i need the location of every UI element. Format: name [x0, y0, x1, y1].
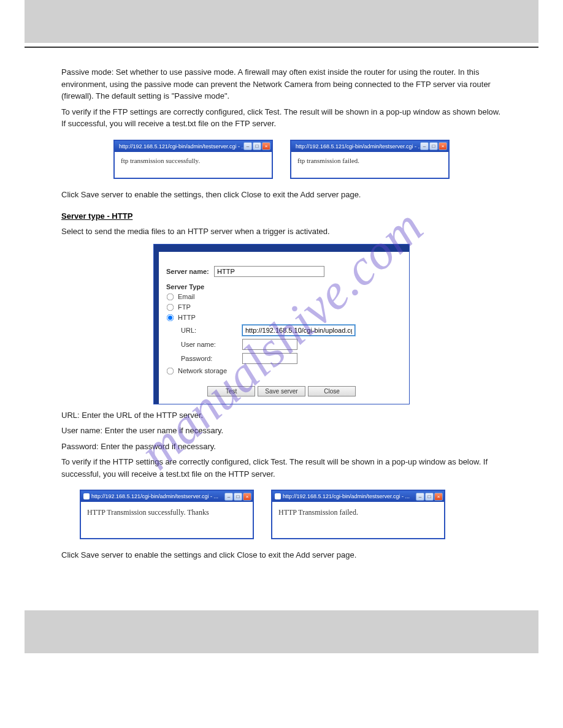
popup-title-text: http://192.168.5.121/cgi-bin/admin/tests… [91, 493, 218, 499]
radio-network-storage[interactable] [167, 367, 174, 374]
popup-titlebar: http://192.168.5.121/cgi-bin/admin/tests… [272, 491, 444, 502]
popup-body: HTTP Transmission successfully. Thanks [81, 502, 253, 538]
username-row: User name: [166, 339, 397, 350]
radio-email-label: Email [178, 293, 195, 300]
http-section-heading: Server type - HTTP [61, 211, 502, 221]
password-label: Password: [181, 355, 242, 362]
config-window-wrap: Server name: Server Type Email FTP HTTP [25, 244, 538, 404]
radio-ns-label: Network storage [178, 367, 227, 374]
ie-icon [275, 493, 281, 499]
url-input[interactable] [242, 325, 355, 336]
config-left-strip [154, 252, 159, 404]
paragraph-user: User name: Enter the user name if necess… [61, 425, 502, 437]
popup-body: ftp transmission failed. [291, 152, 448, 178]
paragraph-passive: Passive mode: Set whether to use passive… [61, 66, 502, 102]
ftp-fail-popup: http://192.168.5.121/cgi-bin/admin/tests… [290, 140, 450, 179]
ftp-success-popup: http://192.168.5.121/cgi-bin/admin/tests… [113, 140, 273, 179]
popup-title: http://192.168.5.121/cgi-bin/admin/tests… [83, 493, 218, 499]
paragraph-http-intro: Select to send the media files to an HTT… [61, 226, 502, 238]
close-icon[interactable]: × [439, 142, 447, 150]
config-button-row: Test Save server Close [166, 386, 397, 396]
server-name-input[interactable] [214, 266, 324, 277]
popup-title: http://192.168.5.121/cgi-bin/admin/tests… [117, 143, 243, 150]
radio-http-label: HTTP [178, 314, 196, 321]
header-rule [25, 47, 538, 48]
paragraph-http-test: To verify if the HTTP settings are corre… [61, 456, 502, 480]
minimize-icon[interactable]: – [224, 493, 233, 501]
close-icon[interactable]: × [434, 493, 443, 501]
password-input[interactable] [242, 353, 297, 364]
popup-controls: – □ × [420, 142, 447, 150]
radio-ftp-row: FTP [166, 303, 397, 311]
paragraph-pass: Password: Enter the password if necessar… [61, 441, 502, 453]
save-server-button[interactable]: Save server [258, 386, 305, 396]
minimize-icon[interactable]: – [243, 142, 252, 150]
radio-ns-row: Network storage [166, 367, 397, 375]
server-name-label: Server name: [166, 268, 214, 275]
maximize-icon[interactable]: □ [234, 493, 242, 501]
radio-http[interactable] [167, 314, 174, 321]
minimize-icon[interactable]: – [416, 493, 424, 501]
popup-titlebar: http://192.168.5.121/cgi-bin/admin/tests… [115, 141, 272, 152]
config-window: Server name: Server Type Email FTP HTTP [153, 244, 410, 404]
popup-title: http://192.168.5.121/cgi-bin/admin/tests… [294, 143, 420, 150]
footer-band [25, 610, 538, 653]
radio-ftp[interactable] [167, 303, 174, 311]
server-name-row: Server name: [166, 266, 397, 277]
ie-icon [83, 493, 90, 499]
popup-titlebar: http://192.168.5.121/cgi-bin/admin/tests… [81, 491, 253, 502]
radio-email[interactable] [167, 293, 174, 300]
http-success-popup: http://192.168.5.121/cgi-bin/admin/tests… [80, 490, 254, 539]
url-row: URL: [166, 325, 397, 336]
minimize-icon[interactable]: – [420, 142, 429, 150]
radio-email-row: Email [166, 293, 397, 301]
maximize-icon[interactable]: □ [429, 142, 438, 150]
http-popup-row: http://192.168.5.121/cgi-bin/admin/tests… [43, 490, 538, 539]
popup-title-text: http://192.168.5.121/cgi-bin/admin/tests… [283, 493, 410, 499]
maximize-icon[interactable]: □ [253, 142, 261, 150]
radio-ftp-label: FTP [178, 303, 191, 311]
popup-controls: – □ × [243, 142, 270, 150]
password-row: Password: [166, 353, 397, 364]
http-fail-popup: http://192.168.5.121/cgi-bin/admin/tests… [271, 490, 445, 539]
radio-http-row: HTTP [166, 314, 397, 322]
popup-controls: – □ × [416, 493, 443, 501]
paragraph-save1: Click Save server to enable the settings… [61, 189, 502, 201]
username-input[interactable] [242, 339, 297, 350]
paragraph-save2: Click Save server to enable the settings… [61, 549, 502, 561]
popup-title: http://192.168.5.121/cgi-bin/admin/tests… [275, 493, 410, 499]
test-button[interactable]: Test [207, 386, 255, 396]
config-body: Server name: Server Type Email FTP HTTP [154, 252, 409, 404]
popup-titlebar: http://192.168.5.121/cgi-bin/admin/tests… [291, 141, 448, 152]
ftp-popup-row: http://192.168.5.121/cgi-bin/admin/tests… [25, 140, 538, 179]
server-type-heading: Server Type [166, 283, 397, 290]
popup-title-text: http://192.168.5.121/cgi-bin/admin/tests… [119, 143, 243, 150]
close-icon[interactable]: × [262, 142, 270, 150]
username-label: User name: [181, 341, 242, 348]
config-titlebar [154, 245, 409, 252]
close-icon[interactable]: × [243, 493, 251, 501]
maximize-icon[interactable]: □ [425, 493, 434, 501]
popup-body: HTTP Transmission failed. [272, 502, 444, 538]
popup-title-text: http://192.168.5.121/cgi-bin/admin/tests… [296, 143, 420, 150]
url-label: URL: [181, 327, 242, 334]
close-button[interactable]: Close [308, 386, 356, 396]
paragraph-ftp-test: To verify if the FTP settings are correc… [61, 106, 502, 130]
paragraph-url: URL: Enter the URL of the HTTP server. [61, 409, 502, 422]
header-band [25, 0, 538, 43]
popup-body: ftp transmission successfully. [115, 152, 272, 178]
popup-controls: – □ × [224, 493, 251, 501]
